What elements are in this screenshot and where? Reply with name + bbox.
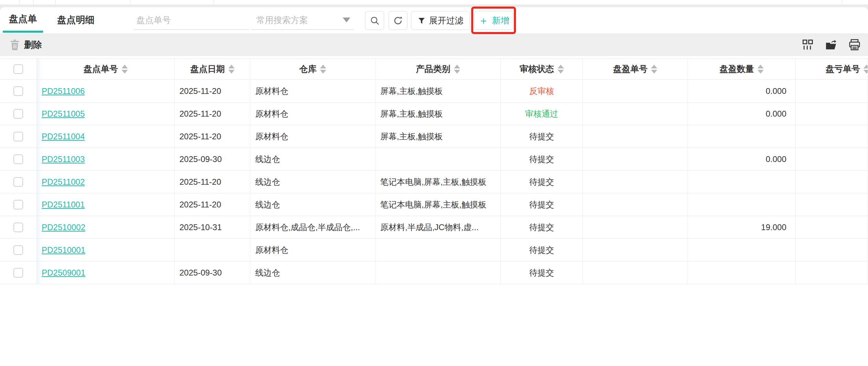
saved-search-select[interactable]: 常用搜索方案 — [251, 11, 354, 30]
print-icon[interactable] — [849, 39, 860, 51]
order-link[interactable]: PD2510002 — [42, 223, 85, 232]
status-badge: 待提交 — [529, 199, 554, 210]
row-checkbox[interactable] — [13, 223, 23, 232]
cell-date: 2025-11-20 — [175, 125, 250, 148]
cell-warehouse: 原材料仓 — [250, 103, 375, 125]
cell-warehouse: 线边仓 — [250, 148, 375, 170]
cell-loss_no — [796, 261, 868, 284]
order-link[interactable]: PD2511001 — [42, 200, 85, 209]
cell-order_no: PD2511002 — [37, 171, 175, 193]
order-link[interactable]: PD2511004 — [42, 132, 85, 141]
column-settings-icon[interactable] — [802, 39, 814, 51]
cell-gain_no — [583, 148, 688, 170]
sort-icon[interactable] — [757, 65, 764, 74]
row-checkbox[interactable] — [13, 109, 23, 119]
cell-gain_no — [583, 80, 688, 102]
expand-filter-label: 展开过滤 — [429, 15, 464, 26]
table-toolbar: 删除 — [0, 33, 868, 56]
column-header-status[interactable]: 审核状态 — [501, 58, 583, 79]
row-checkbox[interactable] — [13, 132, 23, 141]
column-header-date[interactable]: 盘点日期 — [175, 58, 250, 79]
table-row: PD25110042025-11-20原材料仓屏幕,主板,触摸板待提交 — [0, 125, 868, 148]
cell-text: 2025-11-20 — [179, 200, 221, 209]
tab-inventory-details[interactable]: 盘点明细 — [51, 7, 101, 33]
cell-warehouse: 原材料仓 — [250, 125, 375, 148]
add-button[interactable]: ＋ 新增 — [474, 11, 513, 30]
tab-search-bar: 盘点单 盘点明细 常用搜索方案 展开过滤 — [0, 7, 868, 33]
order-link[interactable]: PD2511002 — [42, 177, 85, 187]
row-checkbox[interactable] — [13, 200, 23, 209]
select-all-checkbox[interactable] — [13, 64, 23, 74]
delete-button[interactable]: 删除 — [10, 39, 42, 51]
cell-warehouse: 原材料仓 — [250, 80, 375, 102]
row-checkbox[interactable] — [13, 268, 23, 278]
cell-category: 屏幕,主板,触摸板 — [375, 103, 501, 125]
row-checkbox[interactable] — [13, 86, 23, 96]
expand-filter-button[interactable]: 展开过滤 — [411, 11, 470, 30]
order-number-input[interactable] — [134, 11, 249, 30]
cell-text: 屏幕,主板,触摸板 — [380, 108, 443, 119]
cell-order_no: PD2511006 — [37, 80, 175, 102]
column-header-gain_no[interactable]: 盘盈单号 — [583, 58, 688, 79]
top-strip — [0, 0, 868, 4]
status-badge: 待提交 — [529, 176, 554, 187]
cell-status: 待提交 — [501, 239, 583, 261]
cell-status: 待提交 — [501, 171, 583, 193]
order-link[interactable]: PD2511005 — [42, 109, 85, 119]
cell-order_no: PD2510001 — [37, 239, 175, 261]
tab-inventory-orders[interactable]: 盘点单 — [3, 7, 43, 33]
cell-status: 待提交 — [501, 148, 583, 170]
cell-status: 待提交 — [501, 216, 583, 238]
column-header-category[interactable]: 产品类别 — [375, 58, 501, 79]
cell-text: 2025-09-30 — [179, 154, 222, 164]
cell-select — [0, 239, 37, 261]
order-link[interactable]: PD2509001 — [42, 268, 85, 278]
column-header-warehouse[interactable]: 仓库 — [250, 58, 375, 79]
sort-icon[interactable] — [651, 65, 657, 74]
cell-gain_qty: 19.000 — [688, 216, 796, 238]
sort-icon[interactable] — [454, 65, 460, 74]
refresh-button[interactable] — [389, 11, 407, 30]
column-header-gain_qty[interactable]: 盘盈数量 — [688, 58, 796, 79]
order-link[interactable]: PD2511006 — [42, 86, 85, 96]
cell-text: 原材料仓 — [255, 86, 288, 97]
cell-select — [0, 148, 37, 170]
cell-date: 2025-11-20 — [175, 171, 250, 193]
chevron-down-icon — [343, 18, 350, 22]
cell-loss_no — [796, 239, 868, 261]
column-header-loss_no[interactable]: 盘亏单号 — [796, 58, 868, 79]
cell-category: 屏幕,主板,触摸板 — [375, 80, 501, 102]
cell-loss_no — [796, 216, 868, 238]
column-header-order_no[interactable]: 盘点单号 — [37, 58, 175, 79]
sort-icon[interactable] — [228, 65, 235, 74]
row-checkbox[interactable] — [13, 245, 23, 255]
select-all-header[interactable] — [0, 58, 37, 79]
sort-icon[interactable] — [320, 65, 326, 74]
sort-icon[interactable] — [558, 65, 564, 74]
cell-text: 原材料仓 — [255, 131, 288, 142]
cell-status: 待提交 — [501, 193, 583, 216]
cell-date: 2025-09-30 — [175, 148, 250, 170]
status-badge: 反审核 — [529, 86, 554, 97]
status-badge: 待提交 — [529, 131, 554, 142]
sort-icon[interactable] — [864, 65, 868, 74]
cell-text: 原材料,半成品,JC物料,虚... — [380, 222, 478, 233]
cell-category — [375, 148, 501, 170]
sort-icon[interactable] — [122, 65, 128, 74]
table-row: PD25110052025-11-20原材料仓屏幕,主板,触摸板审核通过0.00… — [0, 103, 868, 125]
column-label: 盘盈单号 — [613, 63, 648, 75]
cell-text: 2025-11-20 — [179, 109, 221, 119]
row-checkbox[interactable] — [13, 177, 23, 187]
cell-gain_no — [583, 103, 688, 125]
cell-text: 线边仓 — [255, 267, 280, 278]
saved-search-placeholder: 常用搜索方案 — [256, 14, 308, 26]
cell-gain_no — [583, 261, 688, 284]
table-row: PD25110012025-11-20线边仓笔记本电脑,屏幕,主板,触摸板待提交 — [0, 193, 868, 216]
search-button[interactable] — [365, 11, 384, 30]
divider — [130, 0, 131, 4]
row-checkbox[interactable] — [13, 154, 23, 164]
divider — [842, 0, 842, 4]
order-link[interactable]: PD2510001 — [42, 245, 85, 255]
order-link[interactable]: PD2511003 — [42, 154, 85, 164]
export-icon[interactable] — [825, 39, 837, 51]
